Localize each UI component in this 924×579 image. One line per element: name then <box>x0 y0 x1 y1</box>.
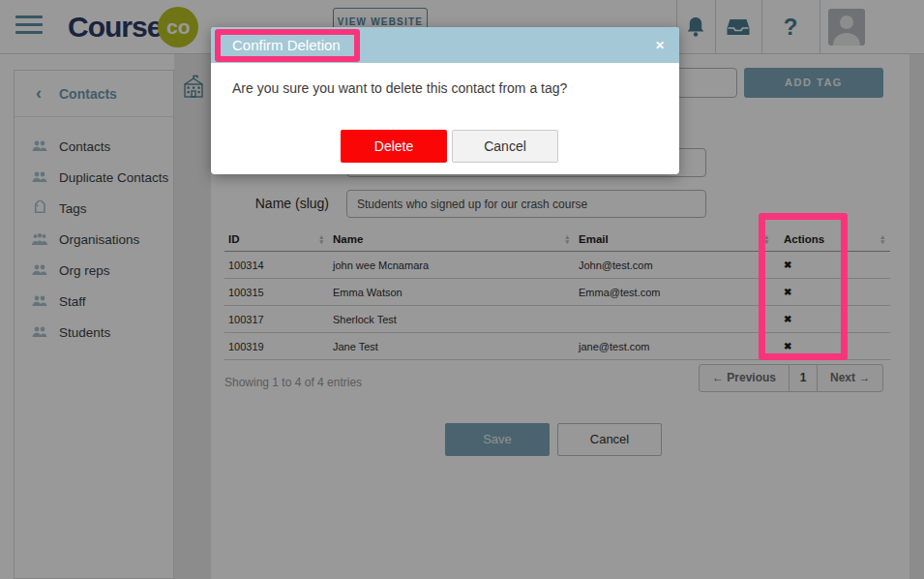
modal-cancel-button[interactable]: Cancel <box>452 130 558 163</box>
app-root: Course co VIEW WEBSITE ? ‹ Contacts <box>0 0 924 579</box>
modal-header: Confirm Deletion ✕ <box>211 27 679 63</box>
confirm-deletion-modal: Confirm Deletion ✕ Are you sure you want… <box>211 27 679 174</box>
modal-title: Confirm Deletion <box>232 37 341 53</box>
modal-delete-button[interactable]: Delete <box>341 130 447 163</box>
close-icon[interactable]: ✕ <box>655 39 665 52</box>
modal-message: Are you sure you want to delete this con… <box>232 80 567 96</box>
